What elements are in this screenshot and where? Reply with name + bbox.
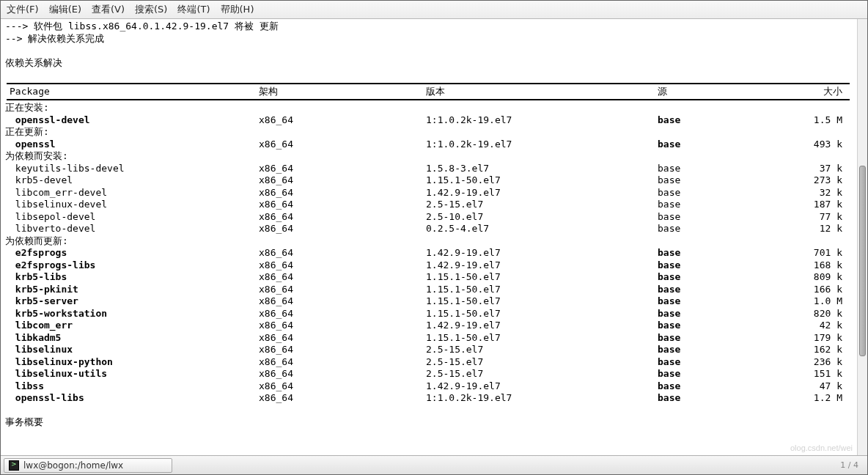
cell-size: 820 k xyxy=(797,308,845,320)
cell-arch: x86_64 xyxy=(259,199,426,211)
cell-size: 809 k xyxy=(797,271,845,284)
cell-src: base xyxy=(658,114,797,127)
cell-src: base xyxy=(658,223,797,235)
taskbar: lwx@bogon:/home/lwx 1 / 4 xyxy=(1,455,867,474)
menu-terminal[interactable]: 终端(T) xyxy=(177,3,210,16)
col-header-version: 版本 xyxy=(426,86,658,98)
taskbar-button-label: lwx@bogon:/home/lwx xyxy=(23,460,123,471)
cell-src: base xyxy=(658,163,797,175)
cell-src: base xyxy=(658,332,797,345)
cell-size: 166 k xyxy=(797,284,845,296)
menubar: 文件(F) 编辑(E) 查看(V) 搜索(S) 终端(T) 帮助(H) xyxy=(1,1,867,19)
cell-src: base xyxy=(658,199,797,211)
table-row: e2fsprogs-libsx86_641.42.9-19.el7base168… xyxy=(4,259,851,272)
cell-pkg: e2fsprogs xyxy=(4,247,259,259)
cell-ver: 1.15.1-50.el7 xyxy=(426,295,658,308)
table-row: keyutils-libs-develx86_641.5.8-3.el7base… xyxy=(4,163,851,175)
table-row: openssl-develx86_641:1.0.2k-19.el7base1.… xyxy=(4,114,851,127)
menu-search[interactable]: 搜索(S) xyxy=(135,3,167,16)
table-row: libselinux-pythonx86_642.5-15.el7base236… xyxy=(4,356,851,369)
cell-pkg: libss xyxy=(4,380,259,393)
cell-pkg: libselinux-utils xyxy=(4,368,259,380)
cell-size: 179 k xyxy=(797,332,845,345)
cell-arch: x86_64 xyxy=(259,271,426,284)
terminal-icon xyxy=(9,460,19,471)
table-row: krb5-workstationx86_641.15.1-50.el7base8… xyxy=(4,308,851,320)
cell-ver: 2.5-15.el7 xyxy=(426,344,658,356)
scroll-thumb[interactable] xyxy=(859,166,866,356)
cell-src: base xyxy=(658,356,797,369)
cell-size: 37 k xyxy=(797,163,845,175)
table-row: libcom_err-develx86_641.42.9-19.el7base3… xyxy=(4,187,851,199)
cell-pkg: krb5-devel xyxy=(4,174,259,187)
cell-pkg: libkadm5 xyxy=(4,332,259,345)
table-row: libselinuxx86_642.5-15.el7base162 k xyxy=(4,344,851,356)
cell-size: 1.0 M xyxy=(797,295,845,308)
menu-help[interactable]: 帮助(H) xyxy=(221,3,254,16)
scrollbar-vertical[interactable] xyxy=(857,19,867,455)
cell-size: 493 k xyxy=(797,139,845,151)
cell-size: 1.5 M xyxy=(797,114,845,127)
cell-arch: x86_64 xyxy=(259,163,426,175)
table-rule xyxy=(7,83,850,84)
table-row: libcom_errx86_641.42.9-19.el7base42 k xyxy=(4,320,851,332)
cell-ver: 1.42.9-19.el7 xyxy=(426,259,658,272)
cell-ver: 1:1.0.2k-19.el7 xyxy=(426,392,658,405)
cell-pkg: openssl-devel xyxy=(4,114,259,127)
cell-size: 32 k xyxy=(797,187,845,199)
table-row: krb5-libsx86_641.15.1-50.el7base809 k xyxy=(4,271,851,284)
cell-src: base xyxy=(658,211,797,224)
terminal-area[interactable]: ---> 软件包 libss.x86_64.0.1.42.9-19.el7 将被… xyxy=(1,19,867,455)
cell-src: base xyxy=(658,139,797,151)
table-row: libkadm5x86_641.15.1-50.el7base179 k xyxy=(4,332,851,345)
cell-src: base xyxy=(658,344,797,356)
cell-size: 273 k xyxy=(797,174,845,187)
cell-arch: x86_64 xyxy=(259,308,426,320)
menu-view[interactable]: 查看(V) xyxy=(92,3,125,16)
section-dep-update: 为依赖而更新: xyxy=(4,235,851,248)
watermark: olog.csdn.net/wei xyxy=(790,443,853,452)
cell-src: base xyxy=(658,295,797,308)
table-row: libselinux-utilsx86_642.5-15.el7base151 … xyxy=(4,368,851,380)
cell-ver: 2.5-15.el7 xyxy=(426,368,658,380)
table-row: libselinux-develx86_642.5-15.el7base187 … xyxy=(4,199,851,211)
cell-ver: 1.15.1-50.el7 xyxy=(426,271,658,284)
cell-size: 168 k xyxy=(797,259,845,272)
section-dep-install: 为依赖而安装: xyxy=(4,150,851,163)
section-installing: 正在安装: xyxy=(4,102,851,114)
cell-src: base xyxy=(658,271,797,284)
cell-size: 12 k xyxy=(797,223,845,235)
cell-arch: x86_64 xyxy=(259,187,426,199)
cell-ver: 1.42.9-19.el7 xyxy=(426,320,658,332)
cell-pkg: krb5-pkinit xyxy=(4,284,259,296)
cell-pkg: libselinux-devel xyxy=(4,199,259,211)
menu-edit[interactable]: 编辑(E) xyxy=(49,3,81,16)
table-row: libverto-develx86_640.2.5-4.el7base12 k xyxy=(4,223,851,235)
output-line xyxy=(4,45,851,57)
cell-arch: x86_64 xyxy=(259,295,426,308)
cell-arch: x86_64 xyxy=(259,223,426,235)
cell-ver: 2.5-10.el7 xyxy=(426,211,658,224)
col-header-arch: 架构 xyxy=(259,86,426,98)
terminal-window: 文件(F) 编辑(E) 查看(V) 搜索(S) 终端(T) 帮助(H) --->… xyxy=(0,0,868,475)
table-row: opensslx86_641:1.0.2k-19.el7base493 k xyxy=(4,139,851,151)
col-header-package: Package xyxy=(4,86,259,98)
table-row: e2fsprogsx86_641.42.9-19.el7base701 k xyxy=(4,247,851,259)
cell-src: base xyxy=(658,308,797,320)
cell-size: 42 k xyxy=(797,320,845,332)
cell-pkg: krb5-server xyxy=(4,295,259,308)
cell-pkg: e2fsprogs-libs xyxy=(4,259,259,272)
taskbar-button-terminal[interactable]: lwx@bogon:/home/lwx xyxy=(4,458,172,473)
cell-ver: 1.15.1-50.el7 xyxy=(426,284,658,296)
cell-pkg: libsepol-devel xyxy=(4,211,259,224)
cell-pkg: krb5-libs xyxy=(4,271,259,284)
cell-arch: x86_64 xyxy=(259,344,426,356)
cell-pkg: libcom_err xyxy=(4,320,259,332)
cell-src: base xyxy=(658,187,797,199)
output-line: ---> 软件包 libss.x86_64.0.1.42.9-19.el7 将被… xyxy=(4,21,851,33)
cell-arch: x86_64 xyxy=(259,368,426,380)
cell-size: 701 k xyxy=(797,247,845,259)
menu-file[interactable]: 文件(F) xyxy=(7,3,39,16)
cell-arch: x86_64 xyxy=(259,284,426,296)
output-line xyxy=(4,69,851,81)
